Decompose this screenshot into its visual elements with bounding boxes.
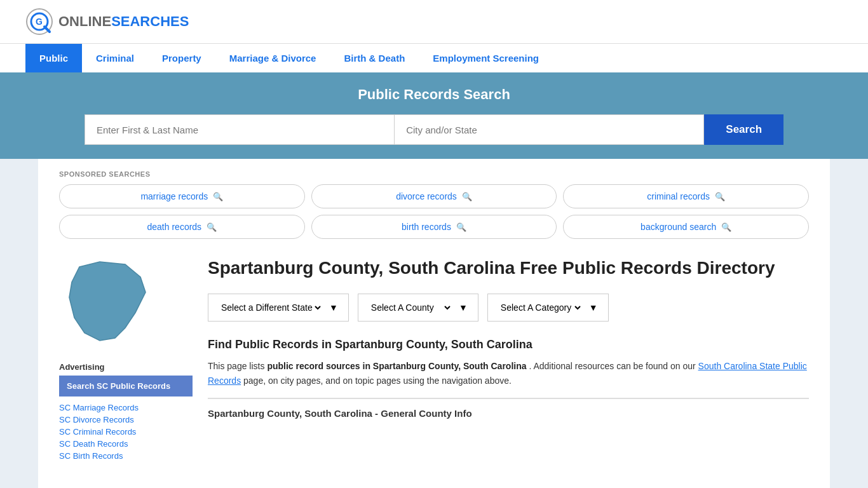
main-container: SPONSORED SEARCHES marriage records 🔍 di… (38, 159, 830, 488)
sidebar-ad-button[interactable]: Search SC Public Records (59, 376, 193, 396)
sc-map-svg (59, 257, 161, 348)
find-records-title: Find Public Records in Spartanburg Count… (208, 338, 809, 351)
nav-birth-death[interactable]: Birth & Death (330, 44, 419, 72)
advertising-label: Advertising (59, 362, 193, 372)
main-body: Spartanburg County, South Carolina Free … (208, 257, 809, 463)
sidebar-map (59, 257, 193, 351)
county-select[interactable]: Select A County (369, 302, 452, 313)
sponsored-item-marriage[interactable]: marriage records 🔍 (59, 184, 305, 208)
sponsored-link-background[interactable]: background search (641, 222, 716, 232)
search-icon-4: 🔍 (207, 222, 217, 232)
search-button[interactable]: Search (704, 114, 783, 145)
content-area: Advertising Search SC Public Records SC … (59, 257, 809, 463)
sidebar-link-death[interactable]: SC Death Records (59, 439, 193, 449)
sponsored-label: SPONSORED SEARCHES (59, 170, 809, 178)
desc-bold1: public record sources in Spartanburg Cou… (267, 361, 526, 371)
state-select[interactable]: Select a Different State (219, 302, 323, 313)
dropdowns-row: Select a Different State ▼ Select A Coun… (208, 294, 809, 322)
sidebar: Advertising Search SC Public Records SC … (59, 257, 193, 463)
nav-public[interactable]: Public (25, 44, 82, 72)
sponsored-link-death[interactable]: death records (147, 222, 202, 232)
logo-text: ONLINESEARCHES (58, 13, 189, 30)
search-bar: Search (85, 114, 783, 145)
sponsored-link-birth[interactable]: birth records (402, 222, 451, 232)
main-nav: Public Criminal Property Marriage & Divo… (0, 43, 868, 72)
search-icon-2: 🔍 (462, 192, 472, 201)
chevron-down-icon-state: ▼ (329, 302, 338, 313)
nav-criminal[interactable]: Criminal (82, 44, 148, 72)
sidebar-link-birth[interactable]: SC Birth Records (59, 451, 193, 461)
search-icon-5: 🔍 (456, 222, 466, 232)
nav-marriage-divorce[interactable]: Marriage & Divorce (215, 44, 330, 72)
sponsored-grid: marriage records 🔍 divorce records 🔍 cri… (59, 184, 809, 239)
state-dropdown[interactable]: Select a Different State ▼ (208, 294, 349, 322)
page-title: Spartanburg County, South Carolina Free … (208, 257, 809, 280)
description-paragraph: This page lists public record sources in… (208, 359, 809, 388)
sponsored-link-criminal[interactable]: criminal records (647, 191, 710, 201)
logo-icon: G (25, 8, 53, 36)
nav-property[interactable]: Property (148, 44, 215, 72)
sponsored-item-birth[interactable]: birth records 🔍 (311, 215, 557, 239)
sponsored-item-criminal[interactable]: criminal records 🔍 (563, 184, 809, 208)
sidebar-link-divorce[interactable]: SC Divorce Records (59, 415, 193, 424)
search-banner: Public Records Search Search (0, 72, 868, 159)
sidebar-link-criminal[interactable]: SC Criminal Records (59, 427, 193, 437)
search-icon-3: 🔍 (715, 192, 725, 201)
location-input[interactable] (394, 114, 704, 145)
county-dropdown[interactable]: Select A County ▼ (358, 294, 478, 322)
sponsored-link-divorce[interactable]: divorce records (396, 191, 457, 201)
sidebar-links: SC Marriage Records SC Divorce Records S… (59, 403, 193, 461)
chevron-down-icon-county: ▼ (459, 302, 468, 313)
desc-text3: page, on city pages, and on topic pages … (243, 376, 512, 386)
sponsored-item-background[interactable]: background search 🔍 (563, 215, 809, 239)
desc-text2: . Additional resources can be found on o… (529, 361, 698, 371)
svg-text:G: G (36, 17, 43, 27)
category-select[interactable]: Select A Category (498, 302, 583, 313)
sponsored-link-marriage[interactable]: marriage records (140, 191, 208, 201)
search-icon-6: 🔍 (721, 222, 731, 232)
search-icon-1: 🔍 (213, 192, 223, 201)
chevron-down-icon-category: ▼ (589, 302, 598, 313)
nav-employment[interactable]: Employment Screening (419, 44, 553, 72)
category-dropdown[interactable]: Select A Category ▼ (487, 294, 609, 322)
logo[interactable]: G ONLINESEARCHES (25, 8, 189, 36)
search-banner-title: Public Records Search (25, 86, 843, 103)
site-header: G ONLINESEARCHES (0, 0, 868, 43)
sidebar-link-marriage[interactable]: SC Marriage Records (59, 403, 193, 412)
county-info-header: Spartanburg County, South Carolina - Gen… (208, 398, 809, 419)
name-input[interactable] (85, 114, 394, 145)
main-content: SPONSORED SEARCHES marriage records 🔍 di… (40, 159, 828, 488)
sponsored-item-death[interactable]: death records 🔍 (59, 215, 305, 239)
desc-text1: This page lists (208, 361, 267, 371)
sponsored-item-divorce[interactable]: divorce records 🔍 (311, 184, 557, 208)
